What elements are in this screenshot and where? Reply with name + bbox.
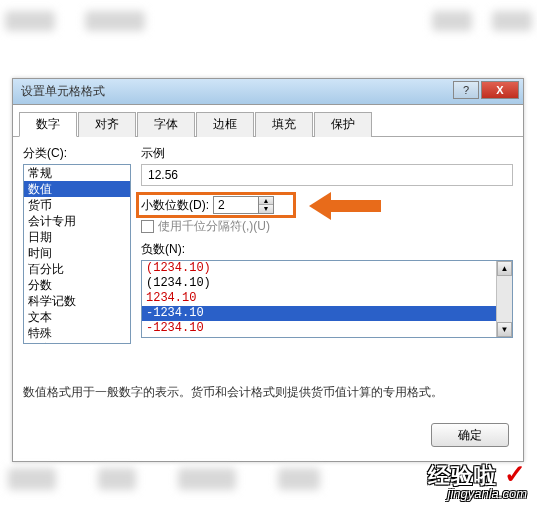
category-item-time[interactable]: 时间 — [24, 245, 130, 261]
decimal-places-label: 小数位数(D): — [141, 197, 209, 214]
category-item-date[interactable]: 日期 — [24, 229, 130, 245]
spin-down-icon[interactable]: ▼ — [259, 205, 273, 213]
format-description: 数值格式用于一般数字的表示。货币和会计格式则提供货币值计算的专用格式。 — [23, 384, 513, 401]
tab-alignment[interactable]: 对齐 — [78, 112, 136, 137]
scroll-up-icon[interactable]: ▲ — [497, 261, 512, 276]
tab-number[interactable]: 数字 — [19, 112, 77, 137]
tab-protection[interactable]: 保护 — [314, 112, 372, 137]
decimal-places-input[interactable] — [214, 197, 258, 213]
negative-option[interactable]: 1234.10 — [142, 291, 512, 306]
arrow-annotation — [309, 192, 381, 220]
category-item-number[interactable]: 数值 — [24, 181, 130, 197]
category-item-fraction[interactable]: 分数 — [24, 277, 130, 293]
titlebar: 设置单元格格式 ? X — [13, 79, 523, 105]
dialog-title: 设置单元格格式 — [21, 83, 105, 100]
checkmark-icon: ✓ — [504, 459, 527, 489]
category-item-percentage[interactable]: 百分比 — [24, 261, 130, 277]
category-item-currency[interactable]: 货币 — [24, 197, 130, 213]
tab-strip: 数字 对齐 字体 边框 填充 保护 — [13, 107, 523, 137]
scroll-down-icon[interactable]: ▼ — [497, 322, 512, 337]
thousands-separator-label: 使用千位分隔符(,)(U) — [158, 218, 270, 235]
scrollbar[interactable]: ▲ ▼ — [496, 261, 512, 337]
category-list[interactable]: 常规 数值 货币 会计专用 日期 时间 百分比 分数 科学记数 文本 特殊 自定… — [23, 164, 131, 344]
tab-fill[interactable]: 填充 — [255, 112, 313, 137]
watermark-text: 经验啦 — [428, 463, 497, 488]
negative-option[interactable]: -1234.10 — [142, 306, 512, 321]
tab-border[interactable]: 边框 — [196, 112, 254, 137]
negative-option[interactable]: (1234.10) — [142, 276, 512, 291]
watermark-url: jingyanla.com — [428, 487, 527, 500]
category-item-general[interactable]: 常规 — [24, 165, 130, 181]
close-button[interactable]: X — [481, 81, 519, 99]
negative-numbers-label: 负数(N): — [141, 241, 513, 258]
category-label: 分类(C): — [23, 145, 131, 162]
spin-up-icon[interactable]: ▲ — [259, 197, 273, 205]
watermark: 经验啦 ✓ jingyanla.com — [428, 461, 527, 500]
category-item-special[interactable]: 特殊 — [24, 325, 130, 341]
format-cells-dialog: 设置单元格格式 ? X 数字 对齐 字体 边框 填充 保护 分类(C): 常规 … — [12, 78, 524, 462]
negative-option[interactable]: -1234.10 — [142, 321, 512, 336]
negative-option[interactable]: (1234.10) — [142, 261, 512, 276]
category-item-custom[interactable]: 自定义 — [24, 341, 130, 344]
thousands-separator-checkbox[interactable] — [141, 220, 154, 233]
category-item-scientific[interactable]: 科学记数 — [24, 293, 130, 309]
category-item-accounting[interactable]: 会计专用 — [24, 213, 130, 229]
sample-box: 12.56 — [141, 164, 513, 186]
help-button[interactable]: ? — [453, 81, 479, 99]
sample-value: 12.56 — [148, 168, 178, 182]
ok-button[interactable]: 确定 — [431, 423, 509, 447]
negative-numbers-list[interactable]: (1234.10) (1234.10) 1234.10 -1234.10 -12… — [141, 260, 513, 338]
category-item-text[interactable]: 文本 — [24, 309, 130, 325]
sample-label: 示例 — [141, 145, 513, 162]
tab-font[interactable]: 字体 — [137, 112, 195, 137]
